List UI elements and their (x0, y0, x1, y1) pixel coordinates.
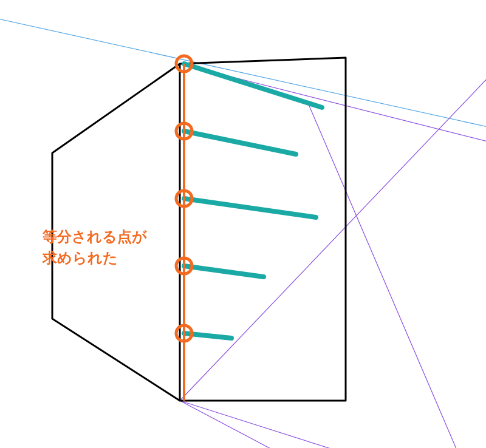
annotation-text: 等分される点が 求められた (43, 226, 147, 269)
svg-line-6 (184, 131, 296, 154)
svg-line-7 (184, 199, 316, 217)
svg-line-1 (180, 61, 486, 401)
svg-line-4 (307, 100, 462, 448)
teal-segments (184, 64, 322, 338)
annotation-line-1: 等分される点が (43, 228, 147, 245)
diagram-svg (0, 0, 486, 448)
diagram-canvas: 等分される点が 求められた (0, 0, 486, 448)
svg-line-8 (184, 266, 264, 277)
annotation-line-2: 求められた (43, 249, 118, 266)
purple-guides (180, 61, 486, 448)
svg-line-2 (180, 401, 371, 448)
svg-line-3 (180, 401, 295, 448)
horizon-line (0, 15, 486, 131)
